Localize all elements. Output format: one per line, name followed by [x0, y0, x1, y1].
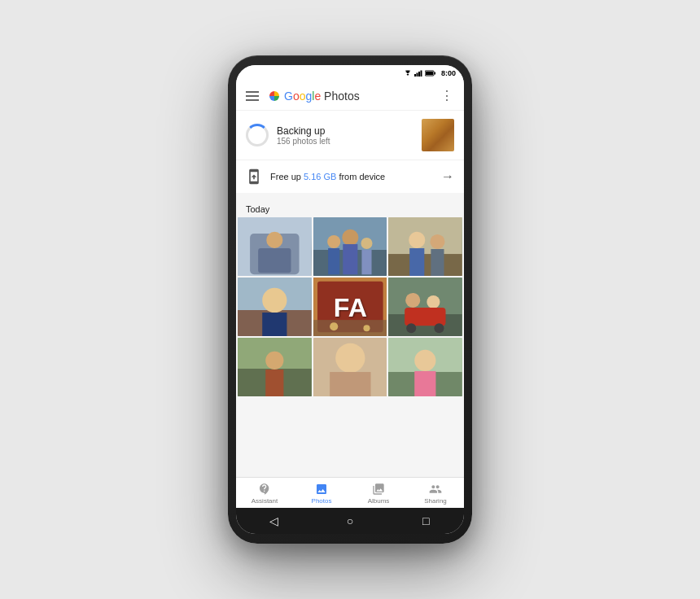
albums-icon	[370, 483, 387, 496]
nav-item-assistant[interactable]: Assistant	[236, 483, 293, 505]
app-logo: Google Photos	[267, 89, 360, 103]
backup-text: Backing up 156 photos left	[277, 125, 413, 146]
svg-point-21	[409, 232, 426, 248]
menu-button[interactable]	[246, 91, 259, 101]
photo-cell[interactable]	[238, 278, 312, 336]
svg-rect-18	[361, 250, 371, 274]
more-options-button[interactable]: ⋮	[440, 88, 454, 103]
home-button[interactable]: ○	[340, 511, 360, 531]
svg-rect-39	[405, 308, 445, 326]
svg-point-15	[361, 238, 372, 249]
svg-rect-2	[418, 72, 420, 77]
bottom-nav: Assistant Photos Albums	[236, 477, 464, 508]
sharing-label: Sharing	[424, 497, 447, 505]
phone-upload-icon	[246, 168, 262, 185]
svg-rect-32	[313, 320, 387, 336]
svg-point-27	[262, 288, 287, 313]
wifi-icon	[404, 70, 412, 77]
free-up-card[interactable]: Free up 5.16 GB from device →	[236, 160, 464, 198]
svg-point-51	[415, 350, 436, 371]
free-up-arrow: →	[441, 169, 454, 184]
svg-point-44	[265, 352, 283, 369]
assistant-icon	[256, 483, 273, 496]
photo-cell[interactable]	[238, 217, 312, 276]
svg-point-13	[327, 235, 340, 248]
photo-cell[interactable]	[313, 217, 387, 276]
svg-point-34	[363, 325, 370, 331]
svg-text:FA: FA	[333, 293, 366, 322]
svg-point-14	[342, 230, 358, 246]
backup-subtitle: 156 photos left	[277, 137, 413, 146]
android-nav-bar: ◁ ○ □	[236, 508, 464, 534]
svg-rect-24	[431, 249, 444, 276]
pinwheel-icon	[267, 89, 282, 103]
photo-section: Today	[236, 198, 464, 477]
backup-card: Backing up 156 photos left	[236, 111, 464, 160]
svg-point-23	[431, 234, 445, 249]
sharing-icon	[427, 483, 444, 496]
nav-item-photos[interactable]: Photos	[293, 483, 350, 505]
backup-title: Backing up	[277, 125, 413, 137]
back-button[interactable]: ◁	[265, 511, 284, 531]
svg-point-41	[435, 323, 444, 333]
svg-point-37	[405, 293, 420, 308]
svg-rect-17	[343, 244, 357, 274]
svg-rect-28	[262, 313, 287, 336]
photo-cell[interactable]	[388, 278, 462, 336]
photo-cell[interactable]	[313, 338, 387, 396]
signal-icon	[414, 70, 422, 77]
nav-item-sharing[interactable]: Sharing	[407, 483, 464, 505]
svg-point-9	[266, 232, 282, 248]
battery-icon	[425, 70, 436, 77]
logo-google: Google Photos	[284, 90, 360, 103]
backup-thumbnail	[422, 119, 454, 151]
photo-cell[interactable]	[388, 338, 462, 396]
photo-cell[interactable]	[238, 338, 312, 396]
photos-label: Photos	[312, 497, 332, 505]
svg-point-33	[330, 322, 338, 330]
svg-rect-52	[415, 371, 436, 396]
status-icons: 8:00	[404, 69, 456, 77]
recents-button[interactable]: □	[416, 511, 435, 531]
svg-rect-6	[426, 72, 433, 75]
svg-rect-20	[388, 254, 462, 276]
svg-point-47	[335, 343, 365, 373]
phone-device: 8:00	[228, 55, 472, 544]
svg-rect-10	[258, 248, 291, 273]
app-header: Google Photos ⋮	[236, 81, 464, 111]
free-up-text: Free up 5.16 GB from device	[270, 172, 433, 181]
photos-icon	[313, 483, 330, 496]
svg-rect-0	[414, 74, 416, 77]
svg-rect-3	[420, 71, 422, 77]
svg-rect-22	[410, 248, 425, 276]
svg-rect-5	[434, 72, 435, 75]
assistant-label: Assistant	[252, 497, 278, 505]
phone-screen: 8:00	[236, 65, 464, 534]
status-time: 8:00	[441, 69, 456, 77]
svg-rect-48	[330, 372, 370, 396]
header-left: Google Photos	[246, 89, 360, 103]
status-bar: 8:00	[236, 65, 464, 81]
svg-point-40	[406, 323, 416, 333]
photo-cell-fa[interactable]: FA	[313, 278, 387, 336]
section-title: Today	[236, 198, 464, 217]
svg-rect-1	[416, 73, 418, 77]
nav-item-albums[interactable]: Albums	[350, 483, 407, 505]
svg-rect-45	[265, 369, 283, 396]
albums-label: Albums	[368, 497, 390, 505]
photo-cell[interactable]	[388, 217, 462, 276]
backup-spinner	[246, 124, 269, 146]
svg-rect-16	[328, 248, 339, 274]
svg-point-38	[427, 295, 440, 308]
